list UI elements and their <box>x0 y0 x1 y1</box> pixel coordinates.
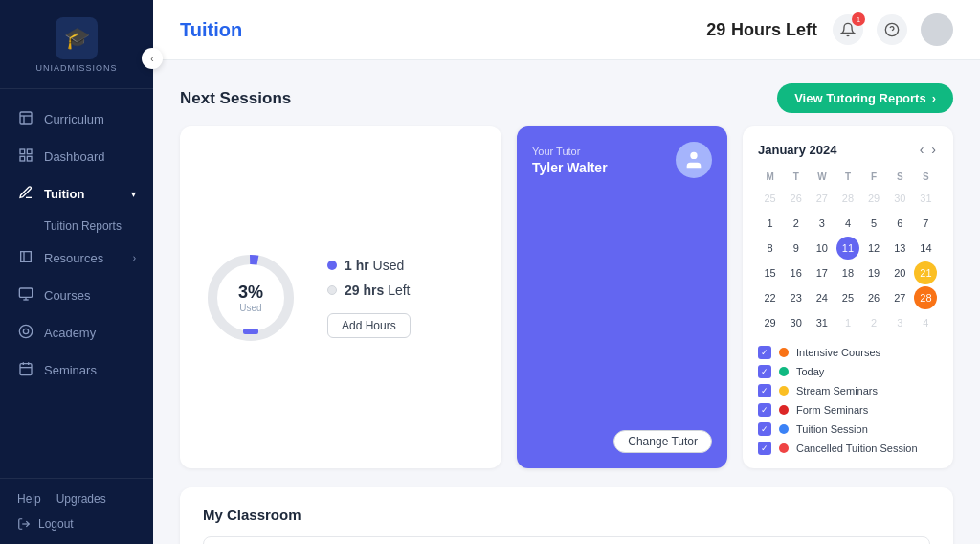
tutor-top: Your Tutor Tyler Walter <box>532 142 712 178</box>
legend-item: ✓ Form Seminars <box>758 403 938 417</box>
svg-point-10 <box>19 325 32 337</box>
cal-day[interactable]: 23 <box>785 286 808 309</box>
notifications-button[interactable]: 1 <box>833 14 863 45</box>
sidebar-item-resources[interactable]: Resources › <box>0 239 153 277</box>
calendar-next-button[interactable]: › <box>929 140 938 159</box>
hours-left-item: 29 hrs Left <box>327 283 411 298</box>
sidebar-item-tuition[interactable]: Tuition ▾ <box>0 175 153 213</box>
cal-day[interactable]: 9 <box>785 237 808 260</box>
legend-check: ✓ <box>758 442 771 455</box>
classroom-title: My Classroom <box>203 507 930 523</box>
sidebar-item-tuition-reports[interactable]: Tuition Reports <box>44 213 153 239</box>
next-sessions-body: 3% Used 1 hr Used 29 hrs Le <box>180 126 953 468</box>
cal-day[interactable]: 3 <box>888 311 911 334</box>
classroom-link-row: 🔗 https://my.pencilopp.com/spaces/659fc0… <box>203 536 930 544</box>
legend-dot <box>779 424 789 434</box>
cal-day[interactable]: 1 <box>836 311 859 334</box>
legend-dot <box>779 443 789 453</box>
cal-day[interactable]: 26 <box>785 187 808 210</box>
cal-day-today[interactable]: 11 <box>836 237 859 260</box>
cal-day[interactable]: 25 <box>836 286 859 309</box>
cal-day[interactable]: 18 <box>836 261 859 284</box>
cal-day[interactable]: 7 <box>914 212 937 235</box>
cal-day[interactable]: 4 <box>836 212 859 235</box>
sidebar-item-curriculum[interactable]: Curriculum <box>0 101 153 138</box>
cal-day[interactable]: 16 <box>785 261 808 284</box>
cal-day[interactable]: 20 <box>888 261 911 284</box>
legend-dot <box>779 386 789 396</box>
help-link[interactable]: Help <box>17 492 41 506</box>
cal-day[interactable]: 30 <box>785 311 808 334</box>
cal-day[interactable]: 12 <box>862 237 885 260</box>
cal-day[interactable]: 6 <box>888 212 911 235</box>
header: Tuition 29 Hours Left 1 <box>153 0 980 60</box>
cal-day[interactable]: 14 <box>914 237 937 260</box>
cal-day[interactable]: 28 <box>836 187 859 210</box>
svg-rect-5 <box>20 156 25 161</box>
tuition-submenu: Tuition Reports <box>0 213 153 239</box>
sidebar-item-label: Seminars <box>44 363 97 377</box>
legend-item: ✓ Cancelled Tuition Session <box>758 442 938 455</box>
curriculum-icon <box>17 110 34 128</box>
cal-day[interactable]: 24 <box>811 286 834 309</box>
notification-badge: 1 <box>852 12 865 26</box>
legend-label: Stream Seminars <box>796 385 878 397</box>
cal-day-header: S <box>914 169 938 185</box>
view-tutoring-reports-button[interactable]: View Tutoring Reports › <box>777 83 953 113</box>
cal-day[interactable]: 27 <box>811 187 834 210</box>
cal-day[interactable]: 26 <box>862 286 885 309</box>
cal-day[interactable]: 8 <box>759 237 782 260</box>
cal-day[interactable]: 31 <box>811 311 834 334</box>
sidebar-item-dashboard[interactable]: Dashboard <box>0 138 153 175</box>
cal-day[interactable]: 2 <box>862 311 885 334</box>
legend-check: ✓ <box>758 365 771 378</box>
cal-day[interactable]: 22 <box>759 286 782 309</box>
avatar[interactable] <box>921 13 953 46</box>
legend-item: ✓ Intensive Courses <box>758 346 938 359</box>
cal-day[interactable]: 25 <box>759 187 782 210</box>
cal-day[interactable]: 27 <box>888 286 911 309</box>
cal-day[interactable]: 31 <box>914 187 937 210</box>
hours-used-item: 1 hr Used <box>327 258 411 273</box>
legend-label: Cancelled Tuition Session <box>796 442 918 454</box>
help-button[interactable] <box>877 14 907 45</box>
sidebar-footer: Help Upgrades Logout <box>0 478 153 544</box>
svg-rect-12 <box>20 364 32 375</box>
cal-day[interactable]: 15 <box>759 261 782 284</box>
sidebar-item-courses[interactable]: Courses <box>0 277 153 314</box>
cal-day[interactable]: 5 <box>862 212 885 235</box>
page-title: Tuition <box>180 19 706 41</box>
legend-label: Form Seminars <box>796 404 868 416</box>
cal-day-highlighted[interactable]: 21 <box>914 261 937 284</box>
legend-check: ✓ <box>758 384 771 397</box>
sidebar: 🎓 UNIADMISSIONS Curriculum Dashboard Tui… <box>0 0 153 544</box>
cal-day[interactable]: 13 <box>888 237 911 260</box>
legend-check: ✓ <box>758 346 771 359</box>
sidebar-collapse-button[interactable]: ‹ <box>142 48 163 69</box>
change-tutor-button[interactable]: Change Tutor <box>613 430 712 453</box>
cal-day[interactable]: 3 <box>811 212 834 235</box>
logout-button[interactable]: Logout <box>17 517 136 531</box>
donut-percentage: 3% <box>238 283 263 303</box>
upgrades-link[interactable]: Upgrades <box>56 492 106 506</box>
cal-day-highlighted[interactable]: 28 <box>914 286 937 309</box>
legend-dot <box>779 367 789 376</box>
cal-day[interactable]: 1 <box>759 212 782 235</box>
cal-day[interactable]: 4 <box>914 311 937 334</box>
header-right: 29 Hours Left 1 <box>706 13 953 46</box>
add-hours-button[interactable]: Add Hours <box>327 313 411 338</box>
calendar-prev-button[interactable]: ‹ <box>918 140 926 159</box>
donut-label: Used <box>238 303 263 313</box>
cal-day[interactable]: 10 <box>811 237 834 260</box>
cal-day[interactable]: 30 <box>888 187 911 210</box>
svg-rect-6 <box>27 156 32 161</box>
sidebar-item-academy[interactable]: Academy <box>0 314 153 351</box>
cal-day[interactable]: 19 <box>862 261 885 284</box>
cal-day[interactable]: 29 <box>862 187 885 210</box>
sidebar-item-seminars[interactable]: Seminars <box>0 351 153 389</box>
cal-day[interactable]: 29 <box>759 311 782 334</box>
cal-day-header: T <box>835 169 859 185</box>
cal-day-header: W <box>810 169 834 185</box>
cal-day[interactable]: 2 <box>785 212 808 235</box>
cal-day[interactable]: 17 <box>811 261 834 284</box>
